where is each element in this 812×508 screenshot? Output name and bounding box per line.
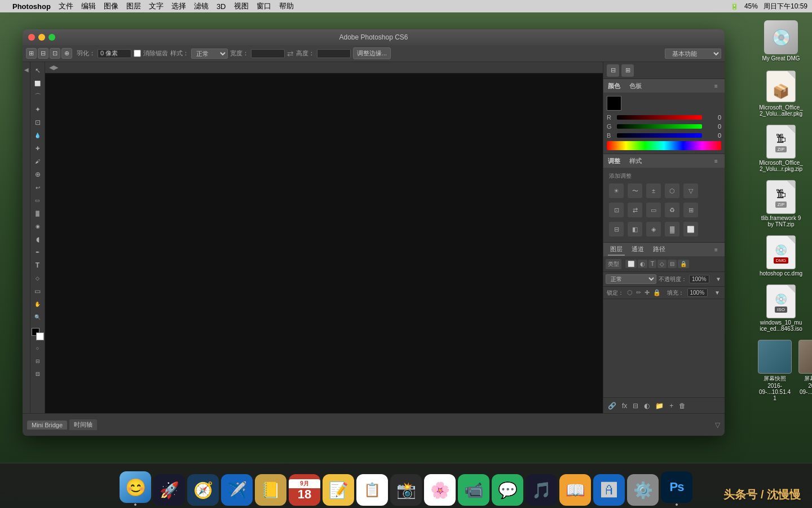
fg-bg-colors[interactable] <box>32 328 44 340</box>
tool-screen-mode[interactable] <box>32 355 44 367</box>
dock-finder[interactable]: 😊 <box>120 471 151 506</box>
desktop-icon-zip2[interactable]: 🗜 ZIP tlib.framework 9 by TNT.zip <box>756 178 806 230</box>
adj-hsl[interactable]: ▽ <box>683 183 698 198</box>
panel-arrange-btn[interactable]: ⊟ <box>607 64 619 77</box>
file-menu[interactable]: 文件 <box>59 1 73 11</box>
adj-colorlookup[interactable]: ⊞ <box>683 203 698 217</box>
dock-appstore[interactable]: 🅰 <box>593 474 625 506</box>
tool-pen[interactable] <box>32 246 44 259</box>
tool-healing-brush[interactable] <box>32 142 44 155</box>
desktop-icon-zip1[interactable]: 🗜 ZIP Microsoft_Office_2_Volu...r.pkg.zi… <box>756 122 806 174</box>
tool-history-brush[interactable]: ↩ <box>32 181 44 194</box>
adj-photofilter[interactable]: ▭ <box>646 203 661 217</box>
adj-threshold[interactable]: ◈ <box>646 222 661 237</box>
toolbar-icon-4[interactable]: ⊕ <box>61 48 72 59</box>
adj-brightness[interactable]: ☀ <box>609 183 624 198</box>
toolbar-icon-1[interactable]: ⊞ <box>26 48 37 59</box>
layer-mask[interactable]: ⊟ <box>632 401 639 411</box>
tool-gradient[interactable] <box>32 207 44 220</box>
lock-paint[interactable]: ✏ <box>636 289 641 296</box>
dock-safari[interactable]: 🧭 <box>187 474 219 506</box>
dock-photoshop[interactable]: Ps <box>661 471 692 506</box>
b-slider[interactable] <box>617 133 702 138</box>
3d-menu[interactable]: 3D <box>217 2 226 11</box>
layer-link[interactable]: 🔗 <box>607 401 617 411</box>
tool-marquee[interactable] <box>32 77 44 90</box>
toolbar-icon-2[interactable]: ⊟ <box>38 48 48 59</box>
tool-zoom[interactable] <box>32 311 44 323</box>
bottom-collapse-btn[interactable]: ▽ <box>715 421 720 429</box>
layer-adjustment[interactable]: ◐ <box>643 401 651 411</box>
tool-lasso[interactable] <box>32 90 44 103</box>
adj-colorbalance[interactable]: ⊡ <box>609 203 624 217</box>
filter-adjust[interactable]: ◐ <box>638 260 647 268</box>
desktop-icon-dmg[interactable]: 💿 My Great DMG <box>756 18 806 64</box>
layer-fx[interactable]: fx <box>621 401 628 411</box>
edit-menu[interactable]: 编辑 <box>81 1 96 11</box>
opacity-expand[interactable]: ▼ <box>714 275 722 283</box>
dock-ibooks[interactable]: 📖 <box>559 474 591 506</box>
filter-smart[interactable]: ⊟ <box>668 260 677 268</box>
dock-notes[interactable]: 📝 <box>323 474 354 506</box>
adj-posterize[interactable]: ◧ <box>628 222 642 237</box>
adj-curves[interactable]: 〜 <box>628 183 642 198</box>
color-panel-menu[interactable]: ≡ <box>712 82 720 90</box>
dock-photos[interactable]: 🌸 <box>424 474 456 506</box>
adj-exposure[interactable]: ± <box>646 183 661 198</box>
layer-menu[interactable]: 图层 <box>126 1 141 11</box>
left-panel-collapse[interactable]: ◀ <box>23 65 30 73</box>
tool-quick-mask[interactable] <box>32 342 44 354</box>
adj-gradient-map[interactable]: ▓ <box>665 222 679 237</box>
antialias-checkbox[interactable] <box>134 50 141 57</box>
canvas-collapse-left[interactable]: ◀▶ <box>50 64 58 72</box>
tool-clone-stamp[interactable] <box>32 168 44 181</box>
window-menu[interactable]: 窗口 <box>257 1 271 11</box>
swap-icon[interactable]: ⇄ <box>287 49 294 58</box>
feather-input[interactable] <box>98 49 131 58</box>
r-slider[interactable] <box>617 115 702 120</box>
filter-type[interactable]: T <box>648 260 656 268</box>
lock-all[interactable]: 🔒 <box>653 289 661 296</box>
close-button[interactable] <box>28 34 35 41</box>
dock-mail[interactable]: ✈️ <box>221 474 253 506</box>
color-spectrum[interactable] <box>607 141 721 150</box>
tool-dodge[interactable] <box>32 233 44 246</box>
dock-photobooth[interactable]: 📸 <box>390 474 422 506</box>
styles-tab[interactable]: 样式 <box>629 157 642 165</box>
text-menu[interactable]: 文字 <box>149 1 164 11</box>
layers-tab[interactable]: 图层 <box>608 244 625 256</box>
layer-add[interactable]: + <box>668 401 674 411</box>
fill-input[interactable] <box>687 288 708 297</box>
adj-invert[interactable]: ⊟ <box>609 222 624 237</box>
desktop-icon-pkg[interactable]: 📦 Microsoft_Office_2_Volu...aller.pkg <box>756 67 806 119</box>
workspace-select[interactable]: 基本功能 <box>665 49 721 59</box>
tool-crop[interactable] <box>32 116 44 129</box>
dock-launchpad[interactable]: 🚀 <box>153 474 185 506</box>
desktop-icon-ps-dmg[interactable]: 💿 DMG hotoshop cc.dmg <box>756 233 806 279</box>
tool-blur[interactable] <box>32 220 44 233</box>
desktop-icon-screenshot1[interactable]: 屏幕快照 2016-09-...10.51.41 <box>756 338 794 404</box>
dock-itunes[interactable]: 🎵 <box>526 474 557 506</box>
tool-eyedropper[interactable] <box>32 129 44 142</box>
maximize-button[interactable] <box>48 34 55 41</box>
g-slider[interactable] <box>617 124 702 129</box>
dock-contacts[interactable]: 📒 <box>255 474 286 506</box>
tool-magic-wand[interactable] <box>32 103 44 116</box>
dock-messages[interactable]: 💬 <box>492 474 523 506</box>
layer-delete[interactable]: 🗑 <box>678 401 687 411</box>
height-input[interactable] <box>317 49 351 58</box>
background-color[interactable] <box>36 332 44 340</box>
adjustments-panel-header[interactable]: 调整 样式 ≡ <box>603 154 725 168</box>
desktop-icon-screenshot2[interactable]: 屏幕快照 2016-09-...10.49.56 <box>796 338 812 404</box>
filter-locked[interactable]: 🔒 <box>678 260 689 268</box>
dock-reminders[interactable]: 📋 <box>356 474 388 506</box>
toolbar-icon-3[interactable]: ⊡ <box>50 48 60 59</box>
tool-type[interactable] <box>32 259 44 271</box>
tool-eraser[interactable] <box>32 194 44 207</box>
layers-menu[interactable]: ≡ <box>712 246 720 253</box>
width-input[interactable] <box>251 49 285 58</box>
tool-brush[interactable] <box>32 155 44 168</box>
adj-bw[interactable]: ⇄ <box>628 203 642 217</box>
adj-selective-color[interactable]: ⬜ <box>683 222 698 237</box>
blend-mode-select[interactable]: 正常 <box>606 274 656 284</box>
